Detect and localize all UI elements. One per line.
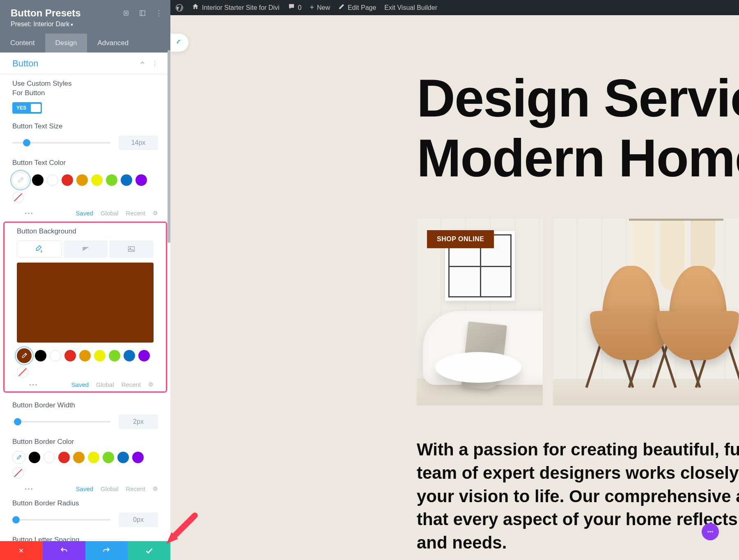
save-button[interactable] <box>128 541 170 560</box>
field-button-text-color: Button Text Color <box>0 153 170 206</box>
border-swatch-blue[interactable] <box>117 452 129 463</box>
panel-body[interactable]: Button ⋮ Use Custom Styles For Button YE… <box>0 53 170 541</box>
swatch-white[interactable] <box>47 174 58 186</box>
drag-handle-icon[interactable]: ••• <box>25 210 34 217</box>
scrollbar[interactable] <box>168 50 170 243</box>
panel-footer: ✕ <box>0 541 170 560</box>
gear-icon[interactable]: ⚙ <box>148 381 154 388</box>
comment-icon <box>288 3 295 12</box>
swatch-red[interactable] <box>62 174 73 186</box>
bg-tab-image[interactable] <box>109 240 154 258</box>
swatch-tab-global-bg[interactable]: Global <box>96 381 114 388</box>
admin-site-link[interactable]: Interior Starter Site for Divi <box>192 3 280 12</box>
border-swatch-black[interactable] <box>29 452 40 463</box>
swatch-green[interactable] <box>106 174 117 186</box>
eyedropper-bg-color[interactable] <box>17 348 32 363</box>
border-swatch-orange[interactable] <box>73 452 85 463</box>
dock-icon[interactable] <box>138 9 147 17</box>
section-title: Button <box>12 58 39 69</box>
fab-more-button[interactable] <box>702 523 719 540</box>
input-text-size[interactable]: 14px <box>119 135 158 150</box>
toggle-custom-styles[interactable]: YES <box>12 102 42 114</box>
shop-online-button[interactable]: SHOP ONLINE <box>427 230 494 248</box>
pencil-icon <box>338 3 345 12</box>
bg-swatch-orange[interactable] <box>79 350 91 361</box>
swatch-blue[interactable] <box>121 174 132 186</box>
slider-border-radius[interactable] <box>12 519 110 521</box>
admin-comments[interactable]: 0 <box>288 3 302 12</box>
slider-border-width[interactable] <box>12 421 110 423</box>
field-use-custom-styles: Use Custom Styles For Button YES <box>0 74 170 117</box>
slider-text-size[interactable] <box>12 142 110 144</box>
redo-button[interactable] <box>85 541 128 560</box>
border-swatch-yellow[interactable] <box>88 452 99 463</box>
preset-dropdown[interactable]: Preset: Interior Dark <box>11 21 160 28</box>
hero-image-right <box>553 219 739 405</box>
swatch-yellow[interactable] <box>91 174 103 186</box>
swatch-purple[interactable] <box>135 174 147 186</box>
tab-advanced[interactable]: Advanced <box>87 34 139 53</box>
bg-tab-gradient[interactable] <box>64 240 108 258</box>
svg-point-8 <box>707 531 709 532</box>
panel-header: Button Presets Preset: Interior Dark ⋮ <box>0 0 170 34</box>
swatch-tab-recent-border[interactable]: Recent <box>126 485 145 492</box>
drag-handle-icon[interactable]: ••• <box>25 485 34 492</box>
sidebar-panel: Button Presets Preset: Interior Dark ⋮ C… <box>0 0 170 560</box>
swatch-tab-saved[interactable]: Saved <box>76 210 94 217</box>
bg-tab-color[interactable] <box>17 240 62 258</box>
gear-icon[interactable]: ⚙ <box>153 210 158 216</box>
tab-content[interactable]: Content <box>0 34 45 53</box>
section-menu-icon[interactable]: ⋮ <box>151 60 158 68</box>
sidebar-toggle-handle[interactable] <box>170 34 188 52</box>
bg-swatch-purple[interactable] <box>138 350 150 361</box>
input-border-width[interactable]: 2px <box>119 414 158 429</box>
chevron-up-icon[interactable] <box>140 60 145 68</box>
border-swatch-none[interactable] <box>12 467 24 479</box>
admin-exit-builder[interactable]: Exit Visual Builder <box>384 4 437 11</box>
swatch-tab-saved-bg[interactable]: Saved <box>71 381 89 388</box>
swatch-black[interactable] <box>32 174 44 186</box>
field-letter-spacing: Button Letter Spacing 0px <box>0 530 170 542</box>
admin-new[interactable]: + New <box>310 3 330 12</box>
tab-design[interactable]: Design <box>45 34 87 53</box>
cancel-button[interactable]: ✕ <box>0 541 43 560</box>
wp-admin-bar: Interior Starter Site for Divi 0 + New E… <box>170 0 739 15</box>
color-preview[interactable] <box>17 263 154 343</box>
border-swatch-green[interactable] <box>103 452 114 463</box>
bg-swatch-green[interactable] <box>109 350 120 361</box>
field-border-width: Button Border Width 2px <box>0 396 170 432</box>
plus-icon: + <box>310 3 314 12</box>
swatch-tab-global-border[interactable]: Global <box>101 485 118 492</box>
label-text-color: Button Text Color <box>12 158 158 168</box>
border-swatch-red[interactable] <box>58 452 70 463</box>
drag-handle-icon[interactable]: ••• <box>29 381 38 388</box>
swatch-tab-saved-border[interactable]: Saved <box>76 485 94 492</box>
bg-swatch-none[interactable] <box>17 366 28 378</box>
bg-swatch-blue[interactable] <box>124 350 135 361</box>
border-swatch-white[interactable] <box>44 452 55 463</box>
swatch-tab-recent-bg[interactable]: Recent <box>121 381 141 388</box>
background-type-tabs <box>17 240 154 258</box>
wordpress-logo-icon[interactable] <box>175 4 184 12</box>
border-swatch-purple[interactable] <box>132 452 144 463</box>
bg-swatch-black[interactable] <box>35 350 46 361</box>
section-button-header[interactable]: Button ⋮ <box>0 53 170 74</box>
swatch-none[interactable] <box>12 192 24 203</box>
gear-icon[interactable]: ⚙ <box>153 485 158 492</box>
label-border-color: Button Border Color <box>12 437 158 447</box>
bg-swatch-white[interactable] <box>50 350 61 361</box>
eyedropper-text-color[interactable] <box>12 172 29 188</box>
label-use-custom: Use Custom Styles For Button <box>12 79 78 98</box>
input-border-radius[interactable]: 0px <box>119 512 158 527</box>
expand-icon[interactable] <box>122 9 130 17</box>
more-icon[interactable]: ⋮ <box>155 9 163 17</box>
swatch-tab-global[interactable]: Global <box>101 210 118 217</box>
bg-swatch-yellow[interactable] <box>94 350 106 361</box>
admin-edit-page[interactable]: Edit Page <box>338 3 376 12</box>
field-border-color: Button Border Color <box>0 432 170 482</box>
undo-button[interactable] <box>43 541 85 560</box>
swatch-tab-recent[interactable]: Recent <box>126 210 145 217</box>
eyedropper-border-color[interactable] <box>12 451 25 464</box>
bg-swatch-red[interactable] <box>64 350 76 361</box>
swatch-orange[interactable] <box>76 174 88 186</box>
